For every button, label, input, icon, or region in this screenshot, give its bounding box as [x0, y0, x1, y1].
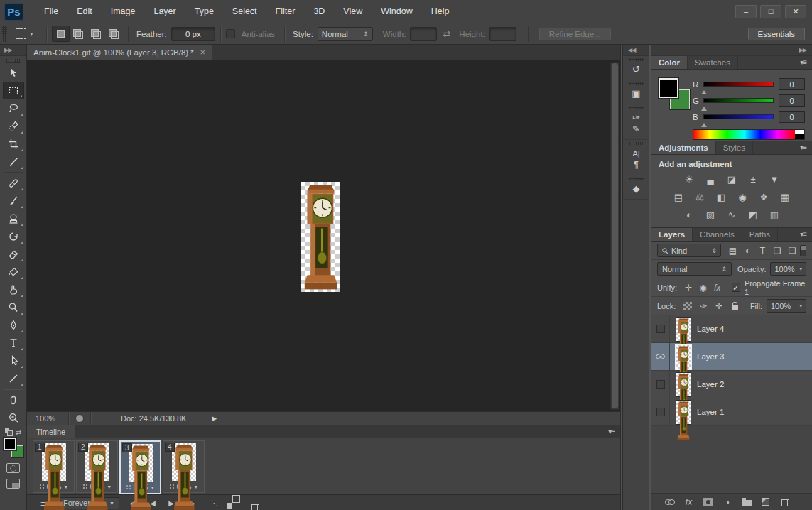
unify-style-icon[interactable]: fx — [710, 283, 725, 293]
path-selection-tool[interactable] — [3, 352, 24, 369]
slider-thumb[interactable] — [701, 104, 707, 111]
layer-row-layer-2[interactable]: Layer 2 — [651, 371, 812, 398]
color-lookup-icon[interactable]: ▦ — [776, 190, 794, 204]
brightness-contrast-icon[interactable]: ☀ — [680, 173, 698, 186]
menu-edit[interactable]: Edit — [67, 0, 102, 23]
brush-tool[interactable] — [3, 192, 24, 210]
slider-thumb[interactable] — [701, 87, 707, 94]
quick-selection-tool[interactable] — [3, 117, 24, 135]
menu-help[interactable]: Help — [422, 0, 459, 23]
vibrance-icon[interactable]: ▼ — [765, 173, 784, 186]
layer-thumbnail[interactable] — [676, 401, 691, 424]
link-layers-button[interactable] — [660, 499, 679, 504]
crop-tool[interactable] — [3, 135, 24, 153]
filter-pixel-layers-icon[interactable]: ▤ — [725, 246, 740, 256]
timeline-panel-menu-icon[interactable]: ▾≡ — [608, 428, 615, 435]
tab-close-icon[interactable]: × — [200, 48, 205, 58]
clone-stamp-tool[interactable] — [3, 210, 24, 227]
exposure-icon[interactable]: ± — [744, 173, 762, 186]
menu-image[interactable]: Image — [102, 0, 145, 23]
menu-file[interactable]: File — [35, 0, 67, 23]
hue-ramp[interactable] — [693, 130, 795, 139]
propagate-frame-checkbox[interactable]: ✓ — [732, 283, 740, 292]
minimize-button[interactable]: – — [735, 5, 757, 18]
lock-pixels-icon[interactable]: ✑ — [695, 301, 711, 311]
layer-row-layer-4[interactable]: Layer 4 — [651, 315, 812, 343]
green-value-field[interactable]: 0 — [779, 94, 805, 107]
move-tool[interactable] — [3, 64, 24, 82]
tab-adjustments[interactable]: Adjustments — [651, 141, 716, 154]
workspace-essentials-button[interactable]: Essentials — [748, 28, 805, 40]
lock-all-icon[interactable] — [732, 305, 738, 310]
layer-thumbnail[interactable] — [676, 318, 691, 341]
eyedropper-tool[interactable] — [3, 153, 24, 170]
screen-mode-button[interactable] — [6, 479, 20, 489]
history-brush-tool[interactable] — [3, 227, 24, 245]
3d-panel-button[interactable]: ◆ — [623, 175, 649, 200]
timeline-tab[interactable]: Timeline — [27, 425, 75, 438]
line-tool[interactable] — [3, 369, 24, 387]
blend-mode-dropdown[interactable]: Normal ⇕ — [657, 262, 732, 276]
refine-edge-button[interactable]: Refine Edge... — [539, 28, 611, 40]
animation-frame-3-selected[interactable]: 3 0.25▼ — [119, 440, 161, 494]
height-input[interactable] — [489, 27, 516, 41]
lasso-tool[interactable] — [3, 99, 24, 117]
color-spectrum-ramp[interactable] — [693, 129, 805, 140]
red-value-field[interactable]: 0 — [779, 78, 805, 90]
animation-frame-2[interactable]: 2 0.25▼ — [76, 440, 118, 493]
filter-shape-layers-icon[interactable]: ❑ — [770, 246, 785, 256]
levels-icon[interactable]: ▄ — [701, 173, 720, 186]
menu-view[interactable]: View — [334, 0, 372, 23]
antialias-checkbox[interactable] — [226, 29, 235, 38]
tab-color[interactable]: Color — [651, 56, 688, 69]
tab-layers[interactable]: Layers — [651, 228, 693, 241]
add-to-selection-button[interactable] — [70, 26, 87, 42]
color-balance-icon[interactable]: ⚖ — [691, 190, 709, 204]
menu-filter[interactable]: Filter — [266, 0, 305, 23]
menu-select[interactable]: Select — [223, 0, 266, 23]
filter-kind-dropdown[interactable]: Kind ⇕ — [657, 244, 721, 257]
hand-tool[interactable] — [3, 391, 24, 408]
quick-mask-button[interactable] — [6, 463, 20, 473]
visibility-cell[interactable] — [651, 371, 670, 398]
fill-dropdown[interactable]: 100% ▾ — [767, 299, 806, 313]
visibility-cell[interactable] — [651, 343, 670, 370]
delete-layer-button[interactable] — [775, 498, 794, 506]
subtract-from-selection-button[interactable] — [87, 26, 105, 42]
document-tab[interactable]: Anim-Clock1.gif @ 100% (Layer 3, RGB/8) … — [27, 45, 212, 60]
filter-type-layers-icon[interactable]: T — [755, 246, 770, 256]
style-dropdown[interactable]: Normal ⇕ — [318, 27, 373, 41]
canvas-vertical-scrollbar[interactable] — [610, 62, 619, 410]
feather-input[interactable]: 0 px — [171, 27, 215, 41]
properties-panel-button[interactable]: ▣ — [623, 80, 649, 104]
grayscale-ramp[interactable] — [795, 130, 804, 139]
type-tool[interactable] — [3, 334, 24, 352]
layer-thumbnail[interactable] — [676, 345, 691, 369]
adobe-drive-icon[interactable] — [75, 414, 84, 423]
new-layer-button[interactable] — [756, 498, 775, 506]
layer-thumbnail[interactable] — [676, 373, 691, 396]
blue-value-field[interactable]: 0 — [779, 111, 805, 123]
rectangular-marquee-tool[interactable] — [3, 82, 24, 99]
smudge-tool[interactable] — [3, 281, 24, 298]
opacity-dropdown[interactable]: 100% ▾ — [770, 262, 806, 276]
scrollbar-thumb[interactable] — [612, 63, 618, 408]
blue-slider[interactable] — [703, 114, 774, 119]
dodge-tool[interactable] — [3, 298, 24, 316]
lock-transparency-icon[interactable] — [683, 302, 692, 310]
menu-window[interactable]: Window — [372, 0, 421, 23]
new-adjustment-layer-button[interactable]: ◑ — [718, 497, 737, 507]
swap-dimensions-icon[interactable]: ⇄ — [443, 28, 450, 39]
red-slider[interactable] — [703, 82, 774, 87]
layers-panel-menu-icon[interactable]: ▾≡ — [800, 230, 806, 238]
filter-toggle-switch[interactable] — [800, 245, 806, 256]
unify-visibility-icon[interactable]: ◉ — [695, 283, 710, 293]
invert-icon[interactable]: ◐ — [680, 208, 698, 222]
zoom-tool[interactable] — [3, 408, 24, 426]
animation-frame-4[interactable]: 4 0.25▼ — [163, 440, 205, 493]
spot-healing-brush-tool[interactable] — [3, 174, 24, 192]
dock-collapse-icon[interactable]: ◀◀ — [623, 45, 649, 56]
menu-layer[interactable]: Layer — [144, 0, 185, 23]
visibility-checkbox-empty[interactable] — [656, 380, 665, 389]
new-group-button[interactable] — [737, 498, 756, 506]
